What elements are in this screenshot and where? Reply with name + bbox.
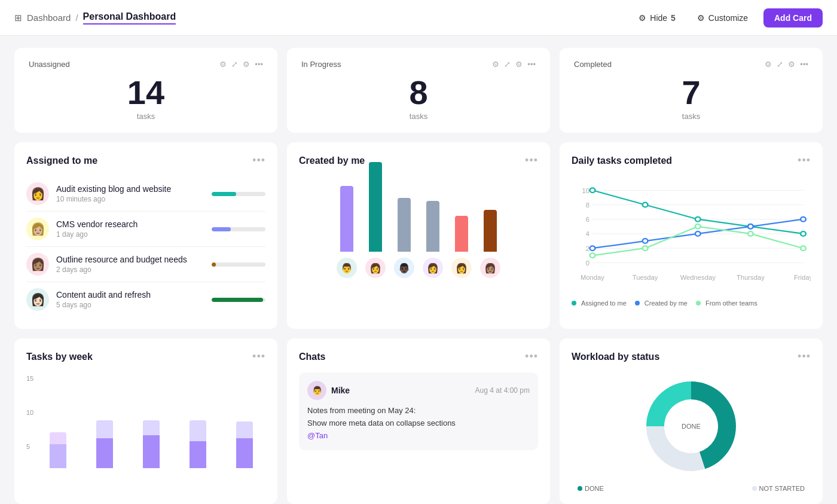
breadcrumb-current: Personal Dashboard xyxy=(83,11,176,25)
filter-icon[interactable]: ⚙ xyxy=(219,60,227,69)
bar-group: 👨 xyxy=(337,162,357,278)
assigned-menu[interactable]: ••• xyxy=(252,154,265,167)
stat-count: 14 xyxy=(29,76,263,109)
svg-point-17 xyxy=(590,188,595,193)
task-time: 1 day ago xyxy=(56,230,204,239)
progress-bar-fill xyxy=(212,227,231,231)
settings-icon[interactable]: ⚙ xyxy=(788,60,795,69)
stat-title: Completed xyxy=(574,60,612,69)
week-bar-group xyxy=(224,390,265,468)
main-content: Unassigned ⚙ ⤢ ⚙ ••• 14 tasks In Progres… xyxy=(0,36,837,504)
add-card-button[interactable]: Add Card xyxy=(763,8,823,28)
legend-item: Assigned to me xyxy=(572,300,627,307)
task-progress xyxy=(212,227,265,231)
bar-group: 👨🏿 xyxy=(394,162,414,278)
assigned-to-me-card: Assigned to me ••• 👩 Audit existing blog… xyxy=(14,142,277,329)
week-bar-top xyxy=(143,420,160,435)
donut-segment xyxy=(646,426,705,471)
customize-button[interactable]: ⚙ Customize xyxy=(691,10,754,26)
chart-legend: Assigned to me Created by me From other … xyxy=(572,300,811,307)
bar-avatar: 👩 xyxy=(365,258,386,278)
stat-header: Unassigned ⚙ ⤢ ⚙ ••• xyxy=(29,60,263,69)
task-name: Audit existing blog and website xyxy=(56,184,204,194)
y-label: 10 xyxy=(26,409,33,416)
stat-title: In Progress xyxy=(301,60,341,69)
expand-icon[interactable]: ⤢ xyxy=(504,60,511,69)
task-item[interactable]: 👩 Audit existing blog and website 10 min… xyxy=(26,176,265,212)
filter-icon[interactable]: ⚙ xyxy=(765,60,772,69)
task-time: 5 days ago xyxy=(56,301,204,309)
more-icon[interactable]: ••• xyxy=(255,60,263,69)
legend-item: Created by me xyxy=(635,300,688,307)
more-icon[interactable]: ••• xyxy=(527,60,536,69)
donut-segment xyxy=(646,381,691,426)
task-progress xyxy=(212,298,265,302)
donut-legend-dot xyxy=(578,486,582,491)
bar-segment xyxy=(398,198,411,252)
week-bar-group xyxy=(84,390,126,468)
donut-label-item: NOT STARTED xyxy=(752,485,805,492)
stat-actions: ⚙ ⤢ ⚙ ••• xyxy=(219,60,263,69)
task-progress xyxy=(212,192,265,196)
legend-dot xyxy=(696,301,701,306)
chats-menu[interactable]: ••• xyxy=(525,350,538,363)
created-menu[interactable]: ••• xyxy=(525,154,538,167)
svg-point-31 xyxy=(801,246,806,251)
settings-icon[interactable]: ⚙ xyxy=(515,60,523,69)
header-actions: ⚙ Hide 5 ⚙ Customize Add Card xyxy=(633,8,823,28)
created-by-me-card: Created by me ••• 👨 👩 👨🏿 xyxy=(287,142,550,329)
chat-mention[interactable]: @Tan xyxy=(307,431,328,440)
week-bar-bottom xyxy=(50,444,66,468)
sender-avatar: 👨 xyxy=(307,381,326,400)
svg-point-26 xyxy=(801,217,806,222)
chat-message: 👨 Mike Aug 4 at 4:00 pm Notes from meeti… xyxy=(299,372,538,450)
card-header: Tasks by week ••• xyxy=(26,350,265,363)
svg-point-28 xyxy=(643,246,648,251)
svg-text:Tuesday: Tuesday xyxy=(633,274,658,281)
stat-count: 8 xyxy=(301,76,536,109)
expand-icon[interactable]: ⤢ xyxy=(777,60,783,69)
bar-group: 👩🏽 xyxy=(480,162,500,278)
legend-dot xyxy=(635,301,640,306)
svg-point-19 xyxy=(695,217,701,222)
donut-legend-label: NOT STARTED xyxy=(759,485,805,492)
task-item[interactable]: 👩🏻 Content audit and refresh 5 days ago xyxy=(26,282,265,317)
progress-bar-bg xyxy=(212,262,265,267)
svg-point-24 xyxy=(695,231,701,236)
task-avatar: 👩🏻 xyxy=(26,288,49,311)
week-menu[interactable]: ••• xyxy=(252,350,265,363)
bar-wrapper xyxy=(426,162,439,252)
week-bar-group xyxy=(37,390,79,468)
svg-point-30 xyxy=(748,231,753,236)
task-list: 👩 Audit existing blog and website 10 min… xyxy=(26,176,265,317)
workload-menu[interactable]: ••• xyxy=(798,350,811,363)
task-info: Audit existing blog and website 10 minut… xyxy=(56,184,204,203)
bar-avatar: 👨 xyxy=(337,258,357,278)
legend-label: Assigned to me xyxy=(581,300,627,307)
bar-segment xyxy=(455,216,468,252)
task-item[interactable]: 👩🏼 CMS vendor research 1 day ago xyxy=(26,212,265,247)
bar-segment xyxy=(426,201,439,252)
week-bar-top xyxy=(190,420,206,441)
svg-text:Wednesday: Wednesday xyxy=(680,274,716,281)
stat-title: Unassigned xyxy=(29,60,70,69)
bar-segment xyxy=(369,162,382,252)
task-info: Content audit and refresh 5 days ago xyxy=(56,290,204,309)
svg-text:Thursday: Thursday xyxy=(737,274,765,281)
bar-avatar: 👩🏽 xyxy=(480,258,500,278)
progress-bar-bg xyxy=(212,192,265,196)
more-icon[interactable]: ••• xyxy=(800,60,808,69)
daily-menu[interactable]: ••• xyxy=(798,154,811,167)
filter-icon[interactable]: ⚙ xyxy=(492,60,499,69)
week-bar-group xyxy=(177,390,219,468)
expand-icon[interactable]: ⤢ xyxy=(231,60,238,69)
bar-group: 👩 xyxy=(365,162,386,278)
settings-icon[interactable]: ⚙ xyxy=(243,60,250,69)
chat-sender: 👨 Mike xyxy=(307,381,350,400)
card-header: Assigned to me ••• xyxy=(26,154,265,167)
task-item[interactable]: 👩🏽 Outline resource and budget needs 2 d… xyxy=(26,247,265,282)
breadcrumb-parent[interactable]: Dashboard xyxy=(27,13,71,23)
svg-point-27 xyxy=(590,253,595,258)
daily-tasks-card: Daily tasks completed ••• 0246810MondayT… xyxy=(560,142,823,329)
hide-button[interactable]: ⚙ Hide 5 xyxy=(633,10,682,26)
